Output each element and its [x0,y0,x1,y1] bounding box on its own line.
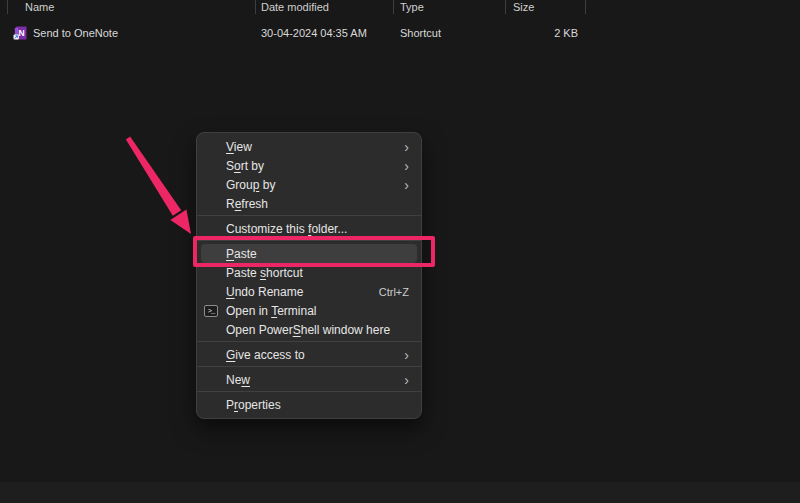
column-header-type[interactable]: Type [400,0,424,16]
context-menu: View›Sort by›Group by›RefreshCustomize t… [196,132,422,419]
menu-item-label: Refresh [226,197,268,211]
file-date-modified: 30-04-2024 04:35 AM [261,24,367,42]
menu-item-label: Customize this folder... [226,222,347,236]
menu-item-label: Open in Terminal [226,304,317,318]
onenote-shortcut-icon: N [13,26,27,40]
menu-item-label: Group by [226,178,275,192]
menu-item-label: Properties [226,398,281,412]
shortcut-label: Ctrl+Z [379,286,409,298]
chevron-right-icon: › [404,140,409,154]
menu-separator [197,215,421,216]
column-header-size[interactable]: Size [513,0,534,16]
shortcut-arrow-overlay-icon [14,35,19,40]
menu-item-open-powershell-window-here[interactable]: Open PowerShell window here [201,320,417,339]
column-header-name[interactable]: Name [25,0,54,16]
file-name: Send to OneNote [33,24,118,42]
column-header-date-modified[interactable]: Date modified [261,0,329,16]
menu-item-label: Give access to [226,348,305,362]
terminal-icon: >_ [204,305,218,317]
column-divider[interactable] [393,0,394,14]
column-divider[interactable] [7,0,8,14]
menu-item-label: Paste [226,247,257,261]
file-size: 2 KB [505,24,578,42]
file-type: Shortcut [400,24,441,42]
menu-separator [197,240,421,241]
menu-item-label: Paste shortcut [226,266,303,280]
menu-item-new[interactable]: New› [201,370,417,389]
window-bottom-edge [0,482,800,503]
chevron-right-icon: › [404,373,409,387]
column-divider[interactable] [505,0,506,14]
chevron-right-icon: › [404,159,409,173]
menu-item-paste[interactable]: Paste [201,244,417,263]
menu-item-label: View [226,140,252,154]
chevron-right-icon: › [404,178,409,192]
menu-separator [197,391,421,392]
menu-item-undo-rename[interactable]: Undo RenameCtrl+Z [201,282,417,301]
menu-separator [197,366,421,367]
svg-text:N: N [19,28,25,38]
column-divider[interactable] [585,0,586,14]
menu-item-label: Sort by [226,159,264,173]
menu-item-open-in-terminal[interactable]: >_Open in Terminal [201,301,417,320]
menu-item-view[interactable]: View› [201,137,417,156]
column-divider[interactable] [255,0,256,14]
file-row[interactable]: N Send to OneNote 30-04-2024 04:35 AM Sh… [0,24,600,42]
menu-item-label: Undo Rename [226,285,303,299]
menu-item-group-by[interactable]: Group by› [201,175,417,194]
menu-item-sort-by[interactable]: Sort by› [201,156,417,175]
menu-item-paste-shortcut[interactable]: Paste shortcut [201,263,417,282]
menu-item-properties[interactable]: Properties [201,395,417,414]
menu-item-give-access-to[interactable]: Give access to› [201,345,417,364]
menu-separator [197,341,421,342]
file-list-header: Name Date modified Type Size [0,0,800,17]
menu-item-label: New [226,373,250,387]
menu-item-customize-this-folder[interactable]: Customize this folder... [201,219,417,238]
menu-item-refresh[interactable]: Refresh [201,194,417,213]
chevron-right-icon: › [404,348,409,362]
menu-item-label: Open PowerShell window here [226,323,390,337]
